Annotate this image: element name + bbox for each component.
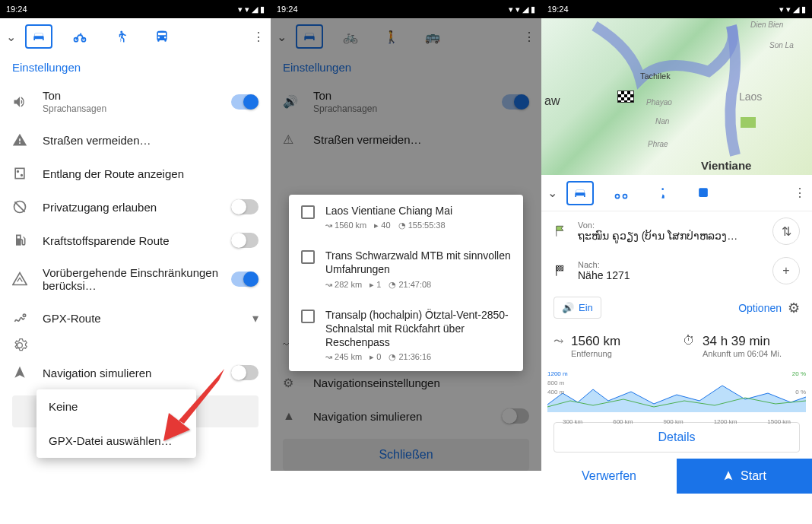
to-value: Nähe 1271 xyxy=(578,269,763,281)
file-name: Transalp (hochalpin) Ötztal-Vent-2850-Sc… xyxy=(325,308,511,350)
file-meta: ↝ 245 km▸ 0◔ 21:36:16 xyxy=(325,352,511,362)
mode-bike[interactable] xyxy=(66,24,94,49)
map-view[interactable]: Tachilek Vientiane Laos Nan Phrae Phayao… xyxy=(541,18,812,175)
gpx-icon xyxy=(12,310,30,326)
status-bar: 19:24 ▾ ▾ ◢ ▮ xyxy=(541,0,812,18)
label-laos: Laos xyxy=(739,91,762,103)
svg-point-12 xyxy=(661,188,664,190)
checkbox[interactable] xyxy=(301,205,315,219)
stat-distance: ⤳ 1560 kmEntfernung xyxy=(553,334,671,358)
file-item[interactable]: Transalp (hochalpin) Ötztal-Vent-2850-Sc… xyxy=(289,299,523,372)
volume-icon: 🔊 xyxy=(562,302,574,313)
discard-button[interactable]: Verwerfen xyxy=(541,459,677,494)
temp-toggle[interactable] xyxy=(231,272,259,287)
checkbox[interactable] xyxy=(301,250,315,264)
volume-icon xyxy=(12,94,30,110)
elev-top: 1200 m xyxy=(547,370,568,377)
mode-bar: ⌄ ⋮ xyxy=(541,175,812,211)
bottom-buttons: Verwerfen Start xyxy=(541,459,812,494)
route-from-row[interactable]: Von:ຖະໜົນ ຄູວຽງ (ບ້ານ ໂສກປ່າຫລວງ… ⇅ xyxy=(541,211,812,251)
fuel-toggle[interactable] xyxy=(231,233,259,248)
svg-point-7 xyxy=(23,314,25,316)
options-row: 🔊Ein Optionen ⚙ xyxy=(541,291,812,325)
svg-rect-13 xyxy=(699,188,708,197)
details-button[interactable]: Details xyxy=(553,422,800,453)
private-icon xyxy=(12,199,30,214)
svg-point-11 xyxy=(623,194,627,198)
from-flag-icon xyxy=(553,224,569,238)
file-item[interactable]: Trans Schwarzwald MTB mit sinnvollen Umf… xyxy=(289,240,523,298)
start-button[interactable]: Start xyxy=(677,459,812,494)
to-label: Nach: xyxy=(578,260,763,269)
city-phrae: Phrae xyxy=(648,140,668,148)
row-temp[interactable]: Vorübergehende Einschränkungen berücksi… xyxy=(0,257,271,301)
settings-title: Einstellungen xyxy=(0,55,271,80)
gear-icon[interactable]: ⚙ xyxy=(788,300,800,316)
options-link[interactable]: Optionen xyxy=(738,302,782,314)
mode-car[interactable] xyxy=(566,181,594,205)
panel-file-picker: 19:24 ▾ ▾ ◢ ▮ ⌄ 🚲 🚶 🚌 ⋮ Einstellungen 🔊 … xyxy=(271,0,541,524)
avoid-label: Straßen vermeiden… xyxy=(43,134,259,147)
city-phayao: Phayao xyxy=(646,98,672,106)
chevron-down-icon[interactable]: ⌄ xyxy=(6,30,16,44)
route-to-row[interactable]: Nach:Nähe 1271 + xyxy=(541,251,812,291)
fuel-icon xyxy=(12,233,30,248)
sound-pill[interactable]: 🔊Ein xyxy=(553,297,601,319)
red-arrow-annotation xyxy=(152,361,236,445)
status-time: 19:24 xyxy=(277,5,298,14)
file-name: Trans Schwarzwald MTB mit sinnvollen Umf… xyxy=(325,249,511,276)
swap-button[interactable]: ⇅ xyxy=(772,218,800,245)
to-flag-icon xyxy=(553,264,569,278)
row-avoid[interactable]: Straßen vermeiden… xyxy=(0,123,271,157)
add-button[interactable]: + xyxy=(772,257,800,284)
mode-bike[interactable] xyxy=(607,181,635,205)
svg-point-5 xyxy=(21,175,23,176)
private-label: Privatzugang erlauben xyxy=(43,201,219,214)
mode-walk[interactable] xyxy=(649,181,676,205)
more-menu-icon[interactable]: ⋮ xyxy=(794,186,806,200)
file-item[interactable]: Laos Vientiane Chiang Mai ↝ 1560 km▸ 40◔… xyxy=(289,195,523,240)
city-vientiane: Vientiane xyxy=(701,159,751,172)
mode-car[interactable] xyxy=(25,24,52,49)
elev-mid: 800 m xyxy=(547,380,564,386)
elev-bot: 400 m xyxy=(547,389,564,395)
nav-arrow-icon xyxy=(12,365,30,380)
private-toggle[interactable] xyxy=(231,199,259,214)
warning-icon xyxy=(12,132,30,148)
file-name: Laos Vientiane Chiang Mai xyxy=(325,204,511,218)
row-sound[interactable]: TonSprachansagen xyxy=(0,80,271,123)
checkered-flag-icon xyxy=(617,91,634,103)
mode-walk[interactable] xyxy=(107,24,135,49)
start-flag-icon xyxy=(741,117,756,128)
svg-marker-9 xyxy=(179,369,224,424)
sound-toggle[interactable] xyxy=(231,94,259,110)
checkbox[interactable] xyxy=(301,310,315,323)
file-meta: ↝ 282 km▸ 1◔ 21:47:08 xyxy=(325,280,511,290)
row-private[interactable]: Privatzugang erlauben xyxy=(0,190,271,224)
along-label: Entlang der Route anzeigen xyxy=(43,167,259,180)
status-bar: 19:24 ▾ ▾ ◢ ▮ xyxy=(0,0,271,18)
status-time: 19:24 xyxy=(6,5,27,14)
file-meta: ↝ 1560 km▸ 40◔ 155:55:38 xyxy=(325,221,511,230)
city-nan: Nan xyxy=(655,117,669,125)
sound-sub: Sprachansagen xyxy=(43,103,219,114)
row-fuel[interactable]: Kraftstoffsparende Route xyxy=(0,224,271,257)
city-aw: aw xyxy=(544,94,560,108)
mode-bus[interactable] xyxy=(690,181,717,205)
status-icons: ▾ ▾ ◢ ▮ xyxy=(779,5,806,14)
more-menu-icon[interactable]: ⋮ xyxy=(252,30,265,44)
row-nav-settings[interactable] xyxy=(0,335,271,362)
stat-time: ⏱ 34 h 39 minAnkunft um 06:04 Mi. xyxy=(683,334,800,358)
row-along[interactable]: Entlang der Route anzeigen xyxy=(0,157,271,190)
mode-bus[interactable] xyxy=(148,24,176,49)
route-icon: ⤳ xyxy=(553,334,563,358)
row-gpx[interactable]: GPX-Route ▾ xyxy=(0,301,271,335)
svg-point-10 xyxy=(616,194,620,198)
chevron-down-icon[interactable]: ⌄ xyxy=(547,186,557,200)
gpx-label: GPX-Route xyxy=(43,312,240,325)
fuel-label: Kraftstoffsparende Route xyxy=(43,234,219,247)
status-bar: 19:24 ▾ ▾ ◢ ▮ xyxy=(271,0,541,18)
status-icons: ▾ ▾ ◢ ▮ xyxy=(238,5,265,14)
elev-pct-bot: 0 % xyxy=(795,389,806,395)
elevation-chart[interactable]: 1200 m 800 m 400 m 20 % 0 % 300 km600 km… xyxy=(547,370,806,416)
